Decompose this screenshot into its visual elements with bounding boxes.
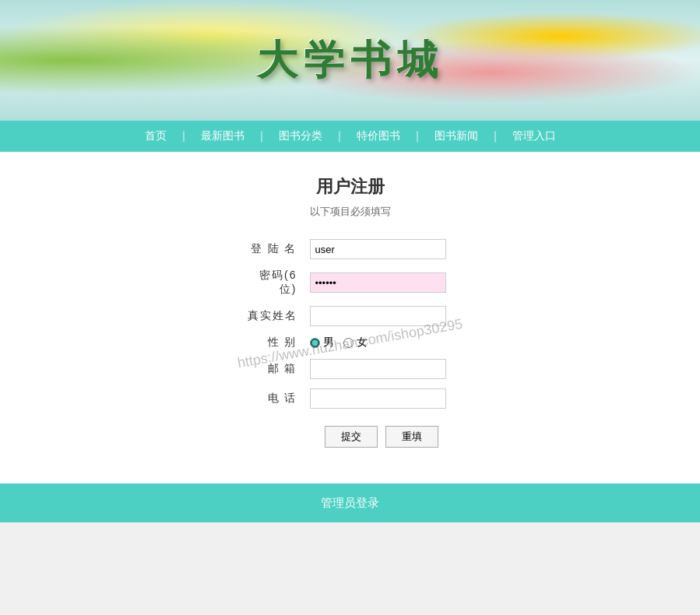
reset-button[interactable]: 重填	[385, 426, 438, 448]
email-row: 邮 箱	[241, 354, 459, 384]
nav-sep-3: ｜	[334, 129, 345, 143]
footer-bar: 管理员登录	[0, 483, 700, 522]
gender-female-label: 女	[357, 336, 368, 350]
gender-female-radio[interactable]	[343, 338, 354, 348]
banner-background: 大学书城	[0, 0, 700, 121]
phone-input[interactable]	[310, 388, 446, 409]
realname-label: 真实姓名	[241, 301, 304, 331]
nav-book-news[interactable]: 图书新闻	[423, 129, 490, 143]
username-cell	[304, 234, 459, 264]
nav-sep-5: ｜	[490, 129, 501, 143]
gender-male-label: 男	[323, 336, 334, 350]
button-row: 提交 重填	[241, 413, 459, 452]
phone-label: 电 话	[241, 384, 304, 413]
gender-male-option[interactable]: 男	[310, 336, 334, 350]
password-label: 密码(6位)	[241, 264, 304, 301]
navigation-bar: 首页 ｜ 最新图书 ｜ 图书分类 ｜ 特价图书 ｜ 图书新闻 ｜ 管理入口	[0, 121, 700, 152]
password-row: 密码(6位)	[241, 264, 459, 301]
username-input[interactable]	[310, 239, 446, 259]
main-content: 用户注册 以下项目必须填写 https://www.huzhan.com/ish…	[0, 152, 700, 483]
realname-input[interactable]	[310, 306, 446, 326]
email-input[interactable]	[310, 359, 446, 379]
nav-sep-2: ｜	[256, 129, 267, 143]
nav-book-category[interactable]: 图书分类	[267, 129, 334, 143]
phone-row: 电 话	[241, 384, 459, 413]
nav-sep-1: ｜	[178, 129, 189, 143]
realname-cell	[304, 301, 459, 331]
realname-row: 真实姓名	[241, 301, 459, 331]
below-footer-area	[0, 522, 700, 615]
gender-female-option[interactable]: 女	[343, 336, 368, 350]
registration-form: 登 陆 名 密码(6位) 真实姓名 性 别	[241, 234, 459, 452]
nav-admin-entry[interactable]: 管理入口	[501, 129, 568, 143]
admin-login-link[interactable]: 管理员登录	[321, 496, 379, 511]
gender-cell: 男 女	[304, 331, 459, 354]
form-title: 用户注册	[316, 175, 385, 199]
registration-form-area: https://www.huzhan.com/ishop30295 登 陆 名 …	[241, 234, 459, 452]
form-buttons: 提交 重填	[310, 426, 453, 448]
username-label: 登 陆 名	[241, 234, 304, 264]
password-input[interactable]	[310, 272, 446, 293]
nav-discount-books[interactable]: 特价图书	[345, 129, 412, 143]
button-spacer	[241, 413, 304, 452]
nav-sep-4: ｜	[412, 129, 423, 143]
site-title: 大学书城	[257, 33, 444, 88]
gender-options: 男 女	[310, 336, 453, 350]
nav-home[interactable]: 首页	[133, 129, 178, 143]
email-cell	[304, 354, 459, 384]
form-subtitle: 以下项目必须填写	[310, 205, 391, 219]
phone-cell	[304, 384, 459, 413]
button-cell: 提交 重填	[304, 413, 459, 452]
gender-male-radio[interactable]	[310, 338, 320, 348]
password-cell	[304, 264, 459, 301]
email-label: 邮 箱	[241, 354, 304, 384]
header-banner: 大学书城	[0, 0, 700, 121]
gender-row: 性 别 男 女	[241, 331, 459, 354]
nav-new-books[interactable]: 最新图书	[189, 129, 256, 143]
username-row: 登 陆 名	[241, 234, 459, 264]
gender-label: 性 别	[241, 331, 304, 354]
submit-button[interactable]: 提交	[325, 426, 378, 448]
